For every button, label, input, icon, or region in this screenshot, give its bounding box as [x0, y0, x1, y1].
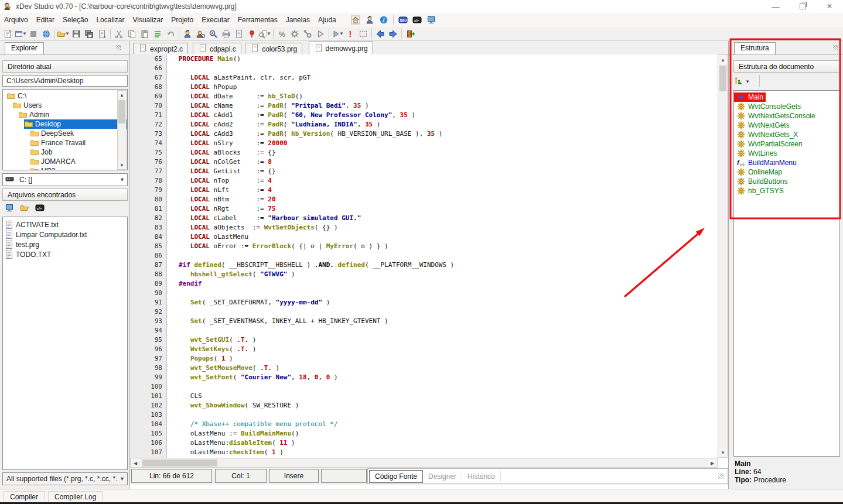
- bottom-tab-compiler[interactable]: Compiler: [4, 491, 45, 503]
- record-macro-button[interactable]: [245, 28, 258, 40]
- drive-selector[interactable]: C: [] ▼: [2, 173, 128, 186]
- tree-item-c[interactable]: C:\: [6, 91, 127, 101]
- file-filter-selector[interactable]: All supported files (*.prg, *.c, *.cc, *…: [2, 472, 128, 485]
- reload-file-button[interactable]: [95, 28, 108, 40]
- gt-button-icon[interactable]: [424, 14, 438, 26]
- run-button[interactable]: ▼: [331, 28, 344, 40]
- sort-button[interactable]: ▼: [733, 76, 755, 87]
- folder-source-icon[interactable]: [20, 203, 29, 212]
- restore-icon[interactable]: [789, 0, 816, 13]
- console-button-icon[interactable]: c/>: [410, 14, 424, 26]
- editor-tab-color53.prg[interactable]: color53.prg: [245, 43, 302, 54]
- view-tab-código-fonte[interactable]: Código Fonte: [369, 470, 423, 483]
- replace-assistant-button[interactable]: [194, 28, 207, 40]
- compile-file-button[interactable]: %: [275, 28, 288, 40]
- structure-item-hb_gtsys[interactable]: hb_GTSYS: [734, 186, 786, 196]
- structure-item-wvtconsolegets[interactable]: WvtConsoleGets: [734, 102, 803, 111]
- menu-projeto[interactable]: Projeto: [167, 14, 197, 26]
- structure-item-wvtpartialscreen[interactable]: WvtPartialScreen: [734, 139, 805, 149]
- tree-item-deepseek[interactable]: DeepSeek: [30, 129, 127, 138]
- open-file-button[interactable]: ▼: [57, 28, 70, 40]
- editor-hscrollbar[interactable]: ◀ ▶: [130, 458, 718, 468]
- navigate-forward-button[interactable]: [387, 28, 400, 40]
- tab-explorer[interactable]: Explorer: [5, 42, 44, 54]
- print-button[interactable]: [220, 28, 233, 40]
- structure-item-wvtnextgets_x[interactable]: WvtNextGets_X: [734, 130, 800, 139]
- new-file-button[interactable]: [1, 28, 14, 40]
- stop-execution-button[interactable]: !: [344, 28, 357, 40]
- stop-button[interactable]: [27, 28, 40, 40]
- rebuild-project-button[interactable]: [301, 28, 314, 40]
- search-assistant-button[interactable]: [181, 28, 194, 40]
- code-text: /* Xbase++ compatible menu protocol */: [167, 420, 338, 429]
- tree-item-job[interactable]: Job: [30, 148, 127, 157]
- menu-visualizar[interactable]: Visualizar: [128, 14, 167, 26]
- assistant-button-icon[interactable]: [363, 14, 377, 26]
- dbu-button-icon[interactable]: DBU: [396, 14, 410, 26]
- format-source-button[interactable]: [151, 28, 164, 40]
- structure-close-icon[interactable]: [833, 45, 838, 50]
- structure-item-wvtnextgetsconsole[interactable]: WvtNextGetsConsole: [734, 111, 818, 121]
- editor-tab-cdpapi.c[interactable]: cdpapi.c: [193, 43, 241, 54]
- structure-item-wvtnextgets[interactable]: WvtNextGets: [734, 121, 792, 130]
- line-number: 80: [130, 195, 167, 204]
- panel-close-icon[interactable]: [116, 45, 121, 50]
- file-item-limparcomputadortxt[interactable]: Limpar Computador.txt: [3, 229, 127, 239]
- copy-button[interactable]: [125, 28, 138, 40]
- menu-seleção[interactable]: Seleção: [59, 14, 92, 26]
- build-project-button[interactable]: [288, 28, 301, 40]
- new-project-button[interactable]: ▼: [14, 28, 27, 40]
- editor-vscrollbar[interactable]: ▲ ▼: [718, 54, 728, 458]
- tree-item-mp3[interactable]: MP3: [30, 166, 127, 170]
- code-view[interactable]: 65PROCEDURE Main()6667 LOCAL aLastPaint,…: [130, 54, 718, 458]
- exit-button[interactable]: [404, 28, 417, 40]
- structure-item-onlinemap[interactable]: OnlineMap: [734, 167, 784, 177]
- undo-button[interactable]: [164, 28, 177, 40]
- document-info-button[interactable]: [233, 28, 245, 40]
- structure-item-buildmainmenu[interactable]: f(n)BuildMainMenu: [734, 158, 799, 167]
- file-item-activatetxt[interactable]: ACTIVATE.txt: [3, 220, 127, 229]
- tree-item-users[interactable]: Users: [12, 101, 127, 110]
- tree-item-admin[interactable]: Admin: [18, 110, 127, 119]
- tree-scrollbar[interactable]: ▲ ▼: [117, 90, 127, 170]
- menu-janelas[interactable]: Janelas: [282, 14, 314, 26]
- status-close-icon[interactable]: [718, 474, 723, 479]
- web-home-button[interactable]: [40, 28, 53, 40]
- close-icon[interactable]: ×: [816, 0, 843, 13]
- find-button[interactable]: A: [207, 28, 220, 40]
- menu-localizar[interactable]: Localizar: [92, 14, 128, 26]
- tab-structure[interactable]: Estrutura: [734, 42, 776, 54]
- code-source-icon[interactable]: c/>: [35, 203, 45, 212]
- file-item-todotxt[interactable]: TODO.TXT: [3, 249, 127, 259]
- save-all-button[interactable]: [83, 28, 95, 40]
- cut-button[interactable]: [112, 28, 125, 40]
- view-tab-histórico[interactable]: Histórico: [462, 471, 501, 482]
- save-file-button[interactable]: [70, 28, 83, 40]
- editor-tab-expropt2.c[interactable]: expropt2.c: [133, 43, 188, 54]
- minimize-icon[interactable]: —: [762, 0, 789, 13]
- current-path-field[interactable]: C:\Users\Admin\Desktop: [2, 75, 128, 87]
- select-block-button[interactable]: [357, 28, 370, 40]
- find-in-files-button[interactable]: ▼: [258, 28, 271, 40]
- menu-arquivo[interactable]: Arquivo: [0, 14, 32, 26]
- tree-item-francetravail[interactable]: France Travail: [30, 138, 127, 148]
- tree-item-jomarca[interactable]: JOMARCA: [30, 157, 127, 166]
- structure-item-main[interactable]: Main: [734, 92, 766, 102]
- paste-button[interactable]: [138, 28, 151, 40]
- desktop-source-icon[interactable]: [5, 203, 14, 212]
- menu-ajuda[interactable]: Ajuda: [314, 14, 340, 26]
- home-button-icon[interactable]: [349, 14, 363, 26]
- structure-item-buildbuttons[interactable]: BuildButtons: [734, 177, 790, 186]
- menu-executar[interactable]: Executar: [197, 14, 233, 26]
- menu-editar[interactable]: Editar: [32, 14, 59, 26]
- navigate-back-button[interactable]: [374, 28, 387, 40]
- about-button-icon[interactable]: i: [377, 14, 391, 26]
- file-item-testprg[interactable]: test.prg: [3, 239, 127, 249]
- view-tab-designer[interactable]: Designer: [423, 471, 462, 482]
- editor-tab-demowvg.prg[interactable]: demowvg.prg: [309, 42, 373, 55]
- menu-ferramentas[interactable]: Ferramentas: [234, 14, 282, 26]
- run-to-cursor-button[interactable]: [314, 28, 327, 40]
- structure-item-wvtlines[interactable]: WvtLines: [734, 149, 779, 158]
- bottom-tab-compiler-log[interactable]: Compiler Log: [48, 491, 103, 503]
- tree-item-desktop[interactable]: Desktop: [24, 119, 127, 129]
